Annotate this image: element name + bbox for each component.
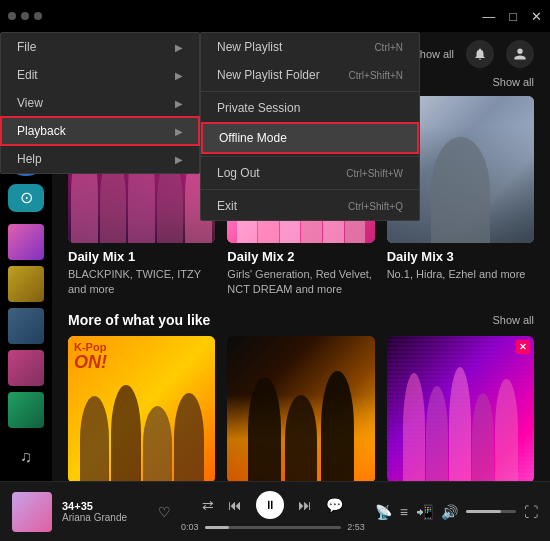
menu-edit[interactable]: Edit ▶ <box>1 61 199 89</box>
more-section-title-row: More of what you like Show all <box>68 312 534 328</box>
show-all-daily-mix[interactable]: Show all <box>492 76 534 88</box>
volume-icon: 🔊 <box>441 504 458 520</box>
progress-bar-wrap: 0:03 2:53 <box>181 522 365 532</box>
player-thumbnail <box>12 492 52 532</box>
menu-bar: File ▶ Edit ▶ View ▶ Playback ▶ Help ▶ <box>0 32 200 174</box>
user-button[interactable] <box>506 40 534 68</box>
progress-fill <box>205 526 230 529</box>
daily-mix-3-title: Daily Mix 3 <box>387 249 534 264</box>
kg5 <box>495 379 517 481</box>
separator-3 <box>201 189 419 190</box>
player-bar: 34+35 Ariana Grande ♡ ⇄ ⏮ ⏸ ⏭ 💬 0:03 2:5… <box>0 481 550 541</box>
submenu-logout[interactable]: Log Out Ctrl+Shift+W <box>201 159 419 187</box>
daily-mix-2-subtitle: Girls' Generation, Red Velvet, NCT DREAM… <box>227 267 374 296</box>
more-cards-row: K-Pop ON! <box>68 336 534 481</box>
app-icon-4[interactable]: ⊙ <box>8 184 44 212</box>
kg2 <box>426 386 448 481</box>
connect-button[interactable]: 📲 <box>416 504 433 520</box>
title-bar-controls: — □ ✕ <box>482 9 542 24</box>
player-track-name: 34+35 <box>62 500 142 512</box>
more-section-title: More of what you like <box>68 312 210 328</box>
kg4 <box>472 393 494 481</box>
kgirl-image: ✕ <box>387 336 534 481</box>
kpop-card[interactable]: K-Pop ON! <box>68 336 215 481</box>
view-arrow: ▶ <box>175 98 183 109</box>
show-all-more[interactable]: Show all <box>492 314 534 326</box>
prev-button[interactable]: ⏮ <box>228 497 242 513</box>
fire-card[interactable] <box>227 336 374 481</box>
player-artist-name: Ariana Grande <box>62 512 142 523</box>
menu-file[interactable]: File ▶ <box>1 33 199 61</box>
next-button[interactable]: ⏭ <box>298 497 312 513</box>
queue-button[interactable]: ≡ <box>400 504 408 520</box>
kp2 <box>111 385 140 481</box>
maximize-button[interactable]: □ <box>509 9 517 24</box>
title-bar: — □ ✕ <box>0 0 550 32</box>
bell-button[interactable] <box>466 40 494 68</box>
separator-1 <box>201 91 419 92</box>
menu-playback[interactable]: Playback ▶ <box>1 117 199 145</box>
menu-help[interactable]: Help ▶ <box>1 145 199 173</box>
exit-shortcut: Ctrl+Shift+Q <box>348 201 403 212</box>
like-button[interactable]: ♡ <box>158 504 171 520</box>
menu-view[interactable]: View ▶ <box>1 89 199 117</box>
sidebar-thumb-1[interactable] <box>8 224 44 260</box>
new-folder-shortcut: Ctrl+Shift+N <box>349 70 403 81</box>
kg3 <box>449 367 471 481</box>
player-right-controls: 📡 ≡ 📲 🔊 ⛶ <box>375 504 538 520</box>
fullscreen-button[interactable]: ⛶ <box>524 504 538 520</box>
kgirl-artwork: ✕ <box>387 336 534 481</box>
daily-mix-1-subtitle: BLACKPINK, TWICE, ITZY and more <box>68 267 215 296</box>
kp3 <box>143 406 172 481</box>
sidebar-thumb-4[interactable] <box>8 350 44 386</box>
file-submenu: New Playlist Ctrl+N New Playlist Folder … <box>200 32 420 221</box>
help-arrow: ▶ <box>175 154 183 165</box>
sidebar-thumb-3[interactable] <box>8 308 44 344</box>
kgirl-people <box>387 358 534 481</box>
volume-fill <box>466 510 501 513</box>
submenu-new-folder[interactable]: New Playlist Folder Ctrl+Shift+N <box>201 61 419 89</box>
sidebar-thumbs <box>8 224 44 428</box>
time-total: 2:53 <box>347 522 365 532</box>
kg1 <box>403 373 425 481</box>
sidebar-thumb-5[interactable] <box>8 392 44 428</box>
music-note-nav-icon[interactable]: ♫ <box>8 444 44 472</box>
fire-people <box>227 365 374 481</box>
kp4 <box>174 393 203 482</box>
chat-button[interactable]: 💬 <box>326 497 343 513</box>
fp1 <box>248 377 280 481</box>
kgirl-card[interactable]: ✕ <box>387 336 534 481</box>
fire-image <box>227 336 374 481</box>
kpop-artwork: K-Pop ON! <box>68 336 215 481</box>
title-bar-dots <box>8 12 42 20</box>
file-arrow: ▶ <box>175 42 183 53</box>
submenu-new-playlist[interactable]: New Playlist Ctrl+N <box>201 33 419 61</box>
minimize-button[interactable]: — <box>482 9 495 24</box>
kgirl-badge: ✕ <box>516 340 530 354</box>
sidebar-thumb-2[interactable] <box>8 266 44 302</box>
dot-1 <box>8 12 16 20</box>
close-button[interactable]: ✕ <box>531 9 542 24</box>
daily-mix-1-title: Daily Mix 1 <box>68 249 215 264</box>
new-playlist-shortcut: Ctrl+N <box>374 42 403 53</box>
edit-arrow: ▶ <box>175 70 183 81</box>
dot-2 <box>21 12 29 20</box>
fp3 <box>321 371 353 481</box>
kpop-text-on: ON! <box>74 352 107 373</box>
submenu-private-session[interactable]: Private Session <box>201 94 419 122</box>
dm3-person <box>431 137 490 243</box>
kp1 <box>80 396 109 481</box>
playback-arrow: ▶ <box>175 126 183 137</box>
submenu-exit[interactable]: Exit Ctrl+Shift+Q <box>201 192 419 220</box>
pause-button[interactable]: ⏸ <box>256 491 284 519</box>
volume-bar[interactable] <box>466 510 516 513</box>
submenu-offline-mode[interactable]: Offline Mode <box>201 122 419 154</box>
playback-buttons: ⇄ ⏮ ⏸ ⏭ 💬 <box>202 491 343 519</box>
daily-mix-2-title: Daily Mix 2 <box>227 249 374 264</box>
player-info: 34+35 Ariana Grande <box>62 500 142 523</box>
shuffle-button[interactable]: ⇄ <box>202 497 214 513</box>
devices-button[interactable]: 📡 <box>375 504 392 520</box>
dot-3 <box>34 12 42 20</box>
progress-bar[interactable] <box>205 526 342 529</box>
separator-2 <box>201 156 419 157</box>
